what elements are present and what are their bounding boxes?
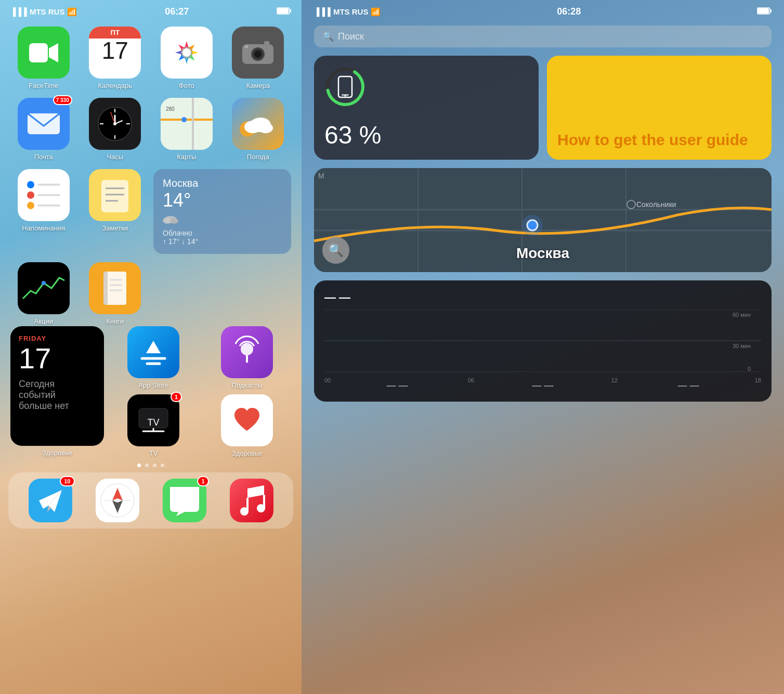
app-reminders[interactable]: Напоминания [10,169,77,254]
stocks-label: Акции [34,317,53,325]
search-placeholder: Поиск [338,31,364,42]
svg-rect-64 [770,9,772,12]
dot-4 [161,464,164,467]
weather-condition: Облачно [163,229,282,237]
search-icon: 🔍 [322,31,334,42]
map-search-button[interactable]: 🔍 [322,237,349,264]
dock: 10 [8,472,293,529]
app-health[interactable]: Здоровье [203,394,291,457]
weather-widget-container[interactable]: Москва 14° Облачно ↑ 17° ↓ 14° [153,169,291,254]
maps-label: Карты [177,153,196,161]
weather-widget: Москва 14° Облачно ↑ 17° ↓ 14° [153,169,291,254]
cal-widget-text1: Сегодня событий больше нет [19,379,96,412]
weather-range: ↑ 17° ↓ 14° [163,237,282,246]
r-time-display: 06:28 [557,6,581,17]
weather-temp: 14° [163,189,282,211]
mail-icon: 7 330 [18,98,70,150]
app-facetime[interactable]: FaceTime [10,27,77,89]
svg-point-6 [182,48,191,57]
maps-widget[interactable]: Сокольники М 🔍 Москва [314,168,772,272]
app-photos[interactable]: Фото [153,27,220,89]
svg-rect-11 [264,41,269,45]
calendar-widget-container[interactable]: FRIDAY 17 Сегодня событий больше нет Здо… [10,326,104,457]
svg-point-31 [258,123,273,133]
dock-telegram[interactable]: 10 [29,479,72,522]
facetime-label: FaceTime [29,82,58,89]
music-icon [230,479,273,522]
dock-messages[interactable]: 1 [163,479,206,522]
weather-city: Москва [163,177,282,189]
battery-percent: 63 % [324,121,381,149]
screentime-chart: 60 мин 30 мин 0 00 06 12 18 [324,310,761,372]
app-mail[interactable]: 7 330 Почта [10,98,77,161]
notes-icon [89,169,141,221]
screentime-top-dash: — — [324,291,761,304]
stocks-icon [18,262,70,314]
dock-music[interactable] [230,479,273,522]
camera-icon [232,27,284,79]
widgets-top-row: 63 % How to get the user guide [314,56,772,160]
time-display: 06:27 [165,6,189,17]
app-podcasts[interactable]: Подкасты [203,326,291,389]
telegram-icon: 10 [29,479,72,522]
maps-background: Сокольники М 🔍 Москва [314,168,772,272]
messages-badge: 1 [197,476,208,486]
chart-x-labels: 00 06 12 18 [324,377,761,383]
app-camera[interactable]: Камера [225,27,292,89]
svg-point-69 [345,95,346,97]
app-clock[interactable]: Часы [82,98,149,161]
svg-point-61 [257,504,265,512]
svg-point-77 [522,215,543,236]
svg-point-30 [244,121,261,133]
calendar-widget: FRIDAY 17 Сегодня событий больше нет [10,326,104,446]
app-books[interactable]: Книги [82,262,149,325]
mail-label: Почта [34,153,53,161]
app-weather[interactable]: Погода [225,98,292,161]
x-label-00: 00 [324,377,331,383]
messages-icon: 1 [163,479,206,522]
svg-rect-23 [161,98,213,150]
screentime-widget[interactable]: — — 60 мин 30 мин 0 00 06 12 18 [314,280,772,402]
podcasts-label: Подкасты [232,381,263,389]
dock-safari[interactable] [96,479,139,522]
books-label: Книги [106,317,124,325]
svg-rect-63 [757,8,769,14]
app-grid: FaceTime ПТ 17 Календарь [0,21,302,330]
svg-rect-41 [103,272,108,305]
app-notes[interactable]: Заметки [82,169,149,254]
battery-widget[interactable]: 63 % [314,56,539,160]
tv-label: TV [149,449,158,457]
tv-badge: 1 [171,392,182,402]
telegram-badge: 10 [60,476,74,486]
weather-icon [232,98,284,150]
svg-text:Сокольники: Сокольники [636,200,676,209]
appstore-icon [127,326,179,378]
battery-circle-chart [324,66,366,108]
clock-label: Часы [107,153,123,161]
calendar-day-number: 17 [102,38,128,62]
signal-icon: ▐▐▐ [10,7,27,16]
svg-point-60 [240,507,249,516]
cal-widget-day: FRIDAY [19,335,96,342]
appstore-label: App Store [138,381,168,389]
photos-icon [161,27,213,79]
r-wifi-icon: 📶 [371,7,381,17]
userguide-widget[interactable]: How to get the user guide [547,56,772,160]
r-carrier-label: MTS RUS [333,7,369,16]
svg-rect-3 [29,43,48,62]
svg-text:60 мин: 60 мин [733,312,751,318]
carrier-label: MTS RUS [30,7,65,16]
svg-rect-25 [192,98,194,150]
mail-badge: 7 330 [53,95,72,105]
app-stocks[interactable]: Акции [10,262,77,325]
calendar-icon: ПТ 17 [89,27,141,79]
search-bar[interactable]: 🔍 Поиск [314,25,772,47]
app-maps[interactable]: 280 Карты [153,98,220,161]
app-tv[interactable]: 1 TV TV [109,394,198,457]
app-appstore[interactable]: App Store [109,326,198,389]
facetime-icon [18,27,70,79]
left-status-bar: ▐▐▐ MTS RUS 📶 06:27 [0,0,302,21]
app-calendar[interactable]: ПТ 17 Календарь [82,27,149,89]
r-battery-icon [757,7,772,16]
svg-text:30 мин: 30 мин [733,343,751,349]
